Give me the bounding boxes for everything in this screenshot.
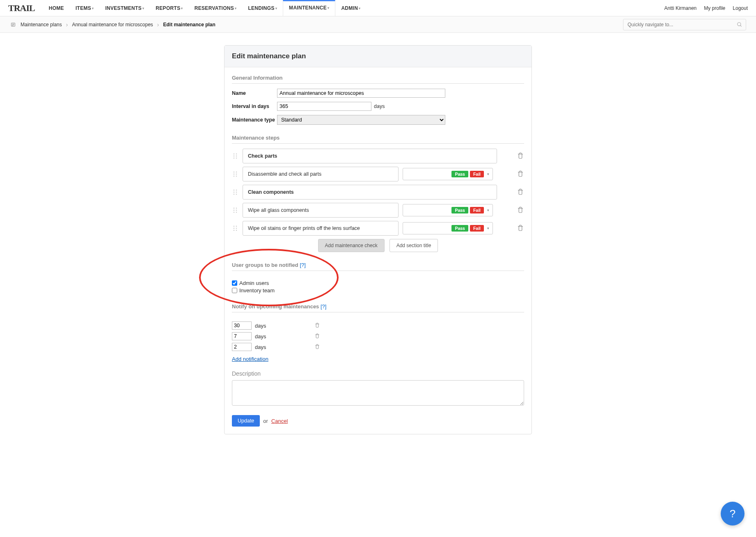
- drag-handle-icon[interactable]: [232, 225, 238, 232]
- trash-icon[interactable]: [517, 224, 524, 233]
- notify-unit: days: [255, 344, 266, 350]
- chevron-right-icon: ›: [66, 21, 68, 28]
- fail-badge[interactable]: Fail: [470, 225, 484, 232]
- step-actions-box: PassFail▾: [403, 168, 493, 180]
- step-label-box[interactable]: Clean components: [243, 185, 497, 200]
- trash-icon[interactable]: [314, 344, 320, 351]
- help-link[interactable]: [?]: [300, 262, 305, 268]
- step-actions-box: PassFail▾: [403, 204, 493, 216]
- trash-icon[interactable]: [517, 152, 524, 161]
- nav-maintenance[interactable]: MAINTENANCE▾: [283, 0, 335, 16]
- top-nav: TRAIL HOME ITEMS▾ INVESTMENTS▾ REPORTS▾ …: [0, 0, 756, 16]
- nav-lendings[interactable]: LENDINGS▾: [242, 0, 283, 16]
- nav-logout-link[interactable]: Logout: [733, 5, 748, 11]
- type-select[interactable]: Standard: [277, 115, 445, 125]
- notify-days-input[interactable]: [232, 343, 252, 351]
- card-body: General Information Name Interval in day…: [225, 67, 531, 434]
- quick-search[interactable]: [623, 19, 746, 30]
- step-actions-box: PassFail▾: [403, 222, 493, 234]
- interval-label: Interval in days: [232, 103, 277, 109]
- step-label-box[interactable]: Disassemble and check all parts: [243, 167, 399, 181]
- add-notification-link[interactable]: Add notification: [232, 356, 268, 362]
- description-textarea[interactable]: [232, 380, 524, 406]
- section-notify: Notify on upcoming maintenances [?] days…: [232, 303, 524, 362]
- interval-input[interactable]: [277, 102, 371, 111]
- breadcrumb-current: Edit maintenance plan: [163, 22, 215, 28]
- nav-reports-label: REPORTS: [156, 5, 180, 11]
- notify-days-input[interactable]: [232, 321, 252, 330]
- search-icon: [737, 22, 742, 29]
- notify-row: days: [232, 332, 524, 340]
- nav-reservations[interactable]: RESERVATIONS▾: [189, 0, 243, 16]
- svg-point-32: [234, 228, 235, 229]
- update-button[interactable]: Update: [232, 415, 260, 427]
- trash-icon[interactable]: [517, 188, 524, 197]
- nav-profile-link[interactable]: My profile: [704, 5, 725, 11]
- nav-username[interactable]: Antti Kirmanen: [664, 5, 697, 11]
- breadcrumb-item[interactable]: Annual maintenance for microscopes: [72, 22, 153, 28]
- fail-badge[interactable]: Fail: [470, 207, 484, 213]
- svg-point-13: [236, 172, 237, 173]
- fail-badge[interactable]: Fail: [470, 171, 484, 177]
- notify-unit: days: [255, 323, 266, 329]
- nav-reports[interactable]: REPORTS▾: [150, 0, 188, 16]
- caret-icon: ▾: [92, 7, 94, 10]
- notify-row: days: [232, 321, 524, 330]
- drag-handle-icon[interactable]: [232, 207, 238, 213]
- caret-down-icon[interactable]: ▾: [487, 226, 489, 230]
- svg-point-19: [236, 190, 237, 191]
- pass-badge[interactable]: Pass: [451, 171, 468, 177]
- caret-icon: ▾: [328, 6, 329, 10]
- nav-admin[interactable]: ADMIN▾: [335, 0, 366, 16]
- caret-down-icon[interactable]: ▾: [487, 208, 489, 212]
- svg-point-29: [236, 212, 237, 213]
- step-row: Check parts: [232, 149, 524, 163]
- section-user-groups-title: User groups to be notified [?]: [232, 262, 524, 271]
- cancel-link[interactable]: Cancel: [271, 418, 288, 424]
- step-label-box[interactable]: Wipe all glass components: [243, 203, 399, 218]
- name-input[interactable]: [277, 89, 445, 98]
- drag-handle-icon[interactable]: [232, 153, 238, 159]
- pass-badge[interactable]: Pass: [451, 225, 468, 232]
- notify-row: days: [232, 343, 524, 351]
- svg-point-15: [236, 174, 237, 175]
- row-type: Maintenance type Standard: [232, 115, 524, 125]
- steps-container: Check partsDisassemble and check all par…: [232, 149, 524, 236]
- footer-actions: Update or Cancel: [232, 415, 524, 427]
- svg-point-11: [236, 158, 237, 159]
- notify-title-text: Notify on upcoming maintenances: [232, 303, 321, 310]
- svg-point-20: [234, 192, 235, 193]
- nav-home[interactable]: HOME: [43, 0, 70, 16]
- nav-investments[interactable]: INVESTMENTS▾: [99, 0, 150, 16]
- step-label-box[interactable]: Check parts: [243, 149, 497, 163]
- svg-point-16: [234, 176, 235, 177]
- caret-icon: ▾: [181, 7, 183, 10]
- step-label-box[interactable]: Wipe oil stains or finger prints off the…: [243, 221, 399, 236]
- add-check-button[interactable]: Add maintenance check: [318, 239, 385, 252]
- breadcrumb-item[interactable]: Maintenance plans: [21, 22, 62, 28]
- trash-icon[interactable]: [314, 333, 320, 340]
- nav-home-label: HOME: [49, 5, 64, 11]
- step-buttons: Add maintenance check Add section title: [232, 239, 524, 252]
- drag-handle-icon[interactable]: [232, 189, 238, 195]
- or-text: or: [263, 418, 268, 424]
- svg-point-8: [234, 156, 235, 157]
- trash-icon[interactable]: [517, 206, 524, 215]
- quick-search-input[interactable]: [628, 19, 733, 30]
- drag-handle-icon[interactable]: [232, 171, 238, 177]
- caret-icon: ▾: [275, 7, 277, 10]
- checkbox-admin-users[interactable]: [232, 280, 237, 286]
- notify-days-input[interactable]: [232, 332, 252, 340]
- caret-down-icon[interactable]: ▾: [487, 172, 489, 176]
- svg-point-18: [234, 190, 235, 191]
- pass-badge[interactable]: Pass: [451, 207, 468, 213]
- checkbox-inventory-team[interactable]: [232, 288, 237, 293]
- breadcrumb-bar: Maintenance plans › Annual maintenance f…: [0, 16, 756, 33]
- add-section-button[interactable]: Add section title: [389, 239, 438, 252]
- step-row: Clean components: [232, 185, 524, 200]
- trash-icon[interactable]: [314, 322, 320, 329]
- nav-items-menu[interactable]: ITEMS▾: [70, 0, 99, 16]
- row-name: Name: [232, 89, 524, 98]
- trash-icon[interactable]: [517, 170, 524, 179]
- help-link[interactable]: [?]: [321, 303, 326, 310]
